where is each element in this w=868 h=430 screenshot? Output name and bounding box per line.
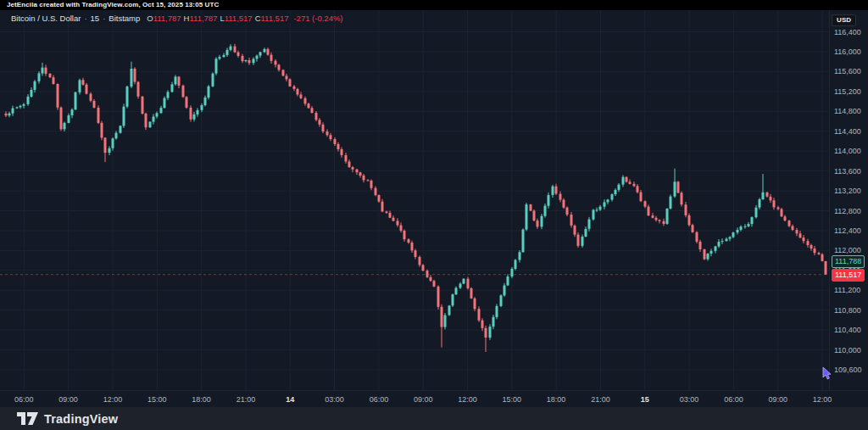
legend-exchange: Bitstamp [108, 14, 140, 23]
time-axis-label: 03:00 [320, 395, 350, 404]
price-axis-label: 110,800 [834, 306, 868, 315]
tradingview-logo-icon [17, 412, 38, 425]
price-axis-label: 116,400 [834, 28, 868, 36]
tradingview-wordmark: TradingView [44, 412, 118, 426]
time-axis-label: 06:00 [718, 395, 748, 404]
price-axis-label: 115,200 [834, 87, 868, 96]
legend-interval: 15 [91, 14, 100, 23]
price-axis-label: 109,600 [834, 366, 868, 374]
time-axis-label: 09:00 [763, 395, 793, 404]
price-axis-label: 112,400 [834, 226, 868, 235]
time-axis-label: 09:00 [53, 395, 84, 404]
close-value: 111,517 [261, 14, 289, 23]
price-axis-label: 114,800 [834, 107, 868, 115]
tradingview-snapshot: JetEncila created with TradingView.com, … [0, 0, 868, 430]
price-axis-label: 114,400 [834, 127, 868, 136]
change-value: -271 (-0.24%) [293, 14, 342, 23]
time-axis-label: 18:00 [541, 395, 571, 404]
mouse-cursor-icon [821, 367, 833, 381]
legend-symbol-title: Bitcoin / U.S. Dollar [11, 14, 81, 23]
time-axis-label: 15:00 [142, 395, 172, 404]
legend-separator: · [84, 14, 86, 23]
low-value: 111,517 [225, 14, 253, 23]
time-axis-label: 09:00 [408, 395, 438, 404]
price-axis-label: 111,200 [834, 286, 868, 294]
time-axis-day-label: 14 [275, 395, 305, 404]
attribution-bar: JetEncila created with TradingView.com, … [0, 0, 868, 10]
price-axis[interactable]: 116,400116,000115,600115,200114,800114,4… [829, 10, 868, 390]
time-axis-label: 03:00 [674, 395, 704, 404]
last-price-label: 111,517 [832, 269, 865, 282]
time-axis-label: 15:00 [497, 395, 527, 404]
time-axis-label: 06:00 [8, 395, 39, 404]
legend-ohlc: O111,787 H111,787 L111,517 C111,517 -271… [147, 14, 342, 23]
time-axis[interactable]: 06:0009:0012:0015:0018:0021:001403:0006:… [0, 390, 868, 407]
chart-canvas[interactable] [0, 10, 829, 390]
price-axis-label: 113,600 [834, 167, 868, 176]
attribution-text: JetEncila created with TradingView.com, … [7, 1, 219, 8]
legend-separator: · [103, 14, 105, 23]
price-axis-label: 112,800 [834, 207, 868, 215]
open-value: 111,787 [153, 14, 181, 23]
open-label: O [147, 14, 153, 23]
high-value: 111,787 [189, 14, 217, 23]
tradingview-logo[interactable]: TradingView [17, 412, 118, 426]
time-axis-day-label: 15 [630, 395, 660, 404]
price-axis-label: 113,200 [834, 187, 868, 195]
symbol-legend[interactable]: Bitcoin / U.S. Dollar · 15 · Bitstamp O1… [8, 13, 347, 24]
time-axis-label: 12:00 [453, 395, 483, 404]
price-axis-label: 110,000 [834, 346, 868, 355]
price-axis-label: 110,400 [834, 326, 868, 334]
time-axis-label: 12:00 [97, 395, 128, 404]
time-axis-label: 21:00 [586, 395, 616, 404]
close-label: C [255, 14, 261, 23]
time-axis-label: 21:00 [231, 395, 261, 404]
time-axis-label: 12:00 [807, 395, 837, 404]
price-axis-label: 116,000 [834, 47, 868, 56]
currency-button[interactable]: USD [832, 14, 856, 26]
footer: TradingView [0, 407, 868, 430]
time-axis-label: 06:00 [364, 395, 394, 404]
time-axis-label: 18:00 [186, 395, 217, 404]
price-axis-label: 114,000 [834, 147, 868, 155]
price-axis-label: 112,000 [834, 246, 868, 254]
price-axis-label: 115,600 [834, 67, 868, 75]
prev-close-price-label: 111,788 [832, 255, 865, 268]
